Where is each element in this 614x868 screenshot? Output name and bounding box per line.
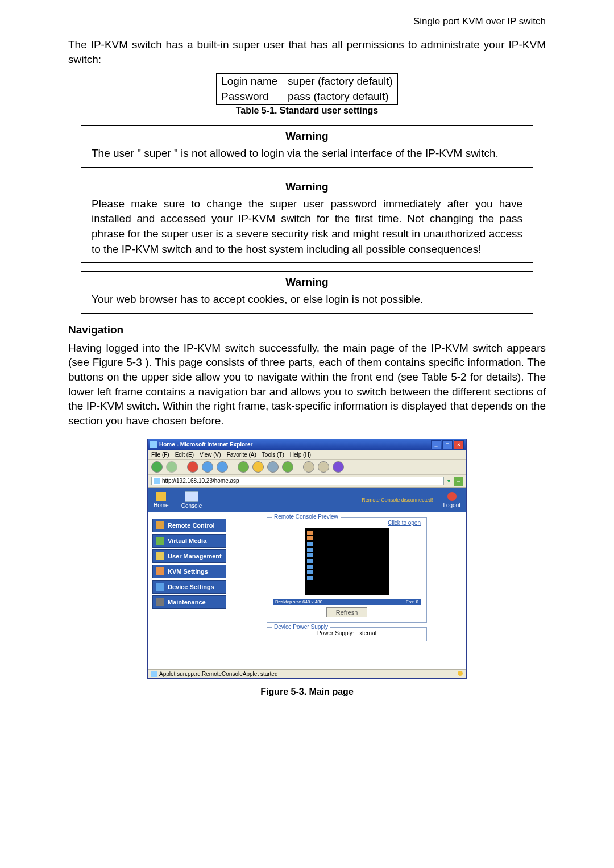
users-icon [156, 552, 164, 560]
go-button[interactable]: → [454, 477, 463, 486]
ie-titlebar: Home - Microsoft Internet Explorer _ □ × [148, 439, 466, 450]
navigation-paragraph: Having logged into the IP-KVM switch suc… [68, 341, 546, 428]
topbar-console[interactable]: Console [181, 491, 202, 509]
messenger-icon[interactable] [333, 461, 344, 473]
home-icon [156, 492, 166, 501]
ie-addressbar: http://192.168.10.23/home.asp ▾ → [148, 475, 466, 488]
page-header: Single port KVM over IP switch [68, 16, 546, 27]
credentials-table: Login name super (factory default) Passw… [216, 73, 398, 105]
figure-screenshot: Home - Microsoft Internet Explorer _ □ ×… [147, 439, 467, 679]
check-icon[interactable] [282, 461, 293, 473]
warning-box-1: Warning The user " super " is not allowe… [81, 125, 533, 168]
device-icon [156, 583, 164, 591]
warning-body: Please make sure to change the super use… [92, 197, 522, 257]
sidebar-item-user-management[interactable]: User Management [152, 549, 226, 563]
credential-key: Login name [217, 74, 283, 89]
warning-box-3: Warning Your web browser has to accept c… [81, 271, 533, 314]
remote-console-preview-panel: Remote Console Preview Click to open Des… [267, 517, 427, 623]
internet-zone-icon [458, 671, 463, 676]
close-button[interactable]: × [454, 440, 464, 449]
applet-icon [151, 671, 157, 677]
sidebar-item-remote-control[interactable]: Remote Control [152, 519, 226, 532]
menu-edit[interactable]: Edit (E) [175, 452, 194, 458]
device-power-supply-panel: Device Power Supply Power Supply: Extern… [267, 627, 427, 641]
sidebar-item-label: KVM Settings [168, 568, 208, 575]
wrench-icon [156, 598, 164, 606]
table-row: Login name super (factory default) [217, 74, 398, 89]
credential-key: Password [217, 89, 283, 105]
back-icon[interactable] [151, 461, 163, 473]
home-icon[interactable] [217, 461, 228, 473]
menu-help[interactable]: Help (H) [290, 452, 311, 458]
preview-caption: Desktop size 640 x 480 Fps: 0 [273, 599, 421, 605]
sidebar-item-kvm-settings[interactable]: KVM Settings [152, 565, 226, 578]
separator-icon [233, 462, 233, 472]
refresh-icon[interactable] [202, 461, 213, 473]
topbar-home[interactable]: Home [154, 492, 169, 508]
window-title: Home - Microsoft Internet Explorer [159, 441, 252, 448]
topbar-logout-label: Logout [443, 502, 460, 508]
mail-icon[interactable] [318, 461, 329, 473]
warning-box-2: Warning Please make sure to change the s… [81, 176, 533, 263]
warning-title: Warning [92, 276, 522, 289]
remote-console-status: Remote Console disconnected! [362, 497, 433, 503]
power-supply-text: Power Supply: External [273, 630, 421, 636]
sidebar-item-virtual-media[interactable]: Virtual Media [152, 534, 226, 548]
figure-caption: Figure 5-3. Main page [68, 687, 546, 697]
media-icon [156, 537, 164, 545]
print-icon[interactable] [303, 461, 314, 473]
history-icon[interactable] [267, 461, 279, 473]
ie-menubar: File (F) Edit (E) View (V) Favorite (A) … [148, 450, 466, 460]
app-topbar: Home Console Remote Console disconnected… [148, 488, 466, 512]
warning-body: The user " super " is not allowed to log… [92, 146, 522, 161]
console-icon [185, 491, 198, 502]
forward-icon[interactable] [166, 461, 177, 473]
statusbar-text: Applet sun.pp.rc.RemoteConsoleApplet sta… [159, 671, 277, 677]
topbar-home-label: Home [154, 502, 169, 508]
go-dropdown-icon[interactable]: ▾ [447, 478, 450, 484]
menu-favorite[interactable]: Favorite (A) [227, 452, 256, 458]
logout-icon [447, 492, 457, 501]
separator-icon [298, 462, 298, 472]
navigation-heading: Navigation [68, 324, 546, 336]
search-icon[interactable] [238, 461, 249, 473]
menu-file[interactable]: File (F) [151, 452, 169, 458]
sidebar-item-device-settings[interactable]: Device Settings [152, 580, 226, 594]
sidebar-item-label: Remote Control [168, 522, 215, 529]
panel-title: Remote Console Preview [272, 514, 341, 520]
favorites-icon[interactable] [252, 461, 264, 473]
menu-tools[interactable]: Tools (T) [262, 452, 284, 458]
warning-body: Your web browser has to accept cookies, … [92, 292, 522, 307]
separator-icon [182, 462, 182, 472]
maximize-button[interactable]: □ [442, 440, 453, 449]
table-row: Password pass (factory default) [217, 89, 398, 105]
address-input[interactable]: http://192.168.10.23/home.asp [151, 477, 444, 485]
ie-toolbar [148, 460, 466, 475]
sidebar: Remote Control Virtual Media User Manage… [152, 517, 226, 665]
panel-title: Device Power Supply [272, 624, 330, 630]
topbar-logout[interactable]: Logout [443, 492, 460, 508]
minimize-button[interactable]: _ [431, 440, 441, 449]
warning-title: Warning [92, 130, 522, 143]
app-main: Remote Console Preview Click to open Des… [232, 517, 462, 665]
menu-view[interactable]: View (V) [200, 452, 221, 458]
preview-fps-text: Fps: 0 [406, 599, 418, 604]
warning-title: Warning [92, 181, 522, 193]
credential-value: super (factory default) [283, 74, 398, 89]
address-url: http://192.168.10.23/home.asp [162, 478, 239, 484]
kvm-icon [156, 567, 164, 575]
credential-value: pass (factory default) [283, 89, 398, 105]
stop-icon[interactable] [187, 461, 198, 473]
sidebar-item-label: Virtual Media [168, 537, 206, 544]
ie-app-icon [150, 441, 157, 448]
topbar-console-label: Console [181, 503, 202, 509]
intro-paragraph: The IP-KVM switch has a built-in super u… [68, 37, 546, 66]
click-to-open-link[interactable]: Click to open [273, 520, 421, 526]
sidebar-item-maintenance[interactable]: Maintenance [152, 595, 226, 609]
sidebar-item-label: Device Settings [168, 583, 214, 590]
console-preview[interactable] [305, 528, 389, 595]
refresh-button[interactable]: Refresh [326, 607, 368, 617]
table-caption: Table 5-1. Standard user settings [68, 106, 546, 116]
globe-icon [156, 521, 164, 529]
preview-size-text: Desktop size 640 x 480 [275, 599, 322, 604]
